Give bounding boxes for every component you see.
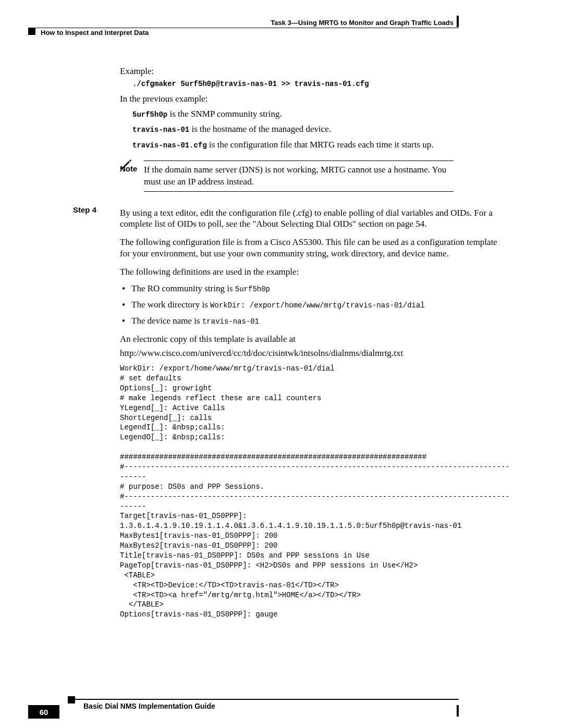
note-text: If the domain name server (DNS) is not w…	[144, 164, 454, 188]
step-paragraph: The following definitions are used in th…	[120, 266, 510, 277]
page-content: Example: ./cfgmaker 5urf5h0p@travis-nas-…	[68, 63, 459, 620]
header-right-marker	[457, 16, 459, 27]
list-item: The work directory is WorkDir: /export/h…	[120, 298, 510, 312]
list-item-text: The work directory is	[131, 300, 210, 310]
note-bottom-rule	[144, 191, 454, 192]
header-chapter-title: Task 3—Using MRTG to Monitor and Graph T…	[271, 19, 454, 27]
definition-list: The RO community string is 5urf5h0p The …	[120, 281, 510, 328]
footer-rule	[68, 699, 459, 700]
example-block: Example: ./cfgmaker 5urf5h0p@travis-nas-…	[120, 66, 459, 151]
step-paragraph: The following configuration file is from…	[120, 237, 510, 259]
list-item: The device name is travis-nas-01	[120, 314, 510, 328]
config-code-block: WorkDir: /export/home/www/mrtg/travis-na…	[120, 364, 510, 620]
list-item-text: is the SNMP community string.	[167, 109, 282, 119]
list-item-text: is the hostname of the managed device.	[189, 124, 331, 134]
footer-doc-title: Basic Dial NMS Implementation Guide	[83, 702, 215, 710]
template-url: http://www.cisco.com/univercd/cc/td/doc/…	[120, 348, 510, 359]
list-item-text: The device name is	[131, 316, 202, 326]
pencil-icon	[120, 157, 133, 175]
list-item-text: is the configuration file that MRTG read…	[207, 140, 434, 150]
code-literal: travis-nas-01	[132, 126, 189, 134]
header-section-title: How to Inspect and Interpret Data	[41, 29, 149, 36]
step-paragraph: By using a text editor, edit the configu…	[120, 207, 510, 230]
list-item: travis-nas-01.cfg is the configuration f…	[132, 139, 459, 151]
header-left-marker	[28, 28, 35, 35]
template-link-intro: An electronic copy of this template is a…	[120, 334, 510, 344]
code-literal: WorkDir: /export/home/www/mrtg/travis-na…	[210, 301, 425, 310]
list-item: 5urf5h0p is the SNMP community string.	[132, 108, 459, 120]
list-item: travis-nas-01 is the hostname of the man…	[132, 123, 459, 135]
note-block: Note If the domain name server (DNS) is …	[120, 161, 454, 192]
document-page: Task 3—Using MRTG to Monitor and Graph T…	[0, 0, 563, 728]
example-label: Example:	[120, 66, 459, 77]
code-literal: 5urf5h0p	[132, 110, 167, 119]
code-literal: 5urf5h0p	[235, 285, 270, 293]
code-literal: travis-nas-01.cfg	[132, 141, 207, 150]
note-top-rule	[144, 161, 454, 161]
explanation-list: 5urf5h0p is the SNMP community string. t…	[132, 108, 459, 151]
note-row: Note If the domain name server (DNS) is …	[120, 164, 454, 188]
code-literal: travis-nas-01	[202, 317, 259, 326]
step-label: Step 4	[68, 204, 120, 620]
list-item-text: The RO community string is	[131, 283, 235, 293]
page-number: 60	[28, 705, 59, 719]
list-item: The RO community string is 5urf5h0p	[120, 281, 510, 295]
footer-right-marker	[457, 705, 459, 717]
header-rule	[31, 28, 459, 28]
previous-example-intro: In the previous example:	[120, 93, 459, 104]
step-body: By using a text editor, edit the configu…	[120, 204, 510, 620]
footer-left-marker	[68, 696, 75, 704]
step-block: Step 4 By using a text editor, edit the …	[68, 204, 459, 620]
example-command: ./cfgmaker 5urf5h0p@travis-nas-01 >> tra…	[132, 80, 459, 88]
